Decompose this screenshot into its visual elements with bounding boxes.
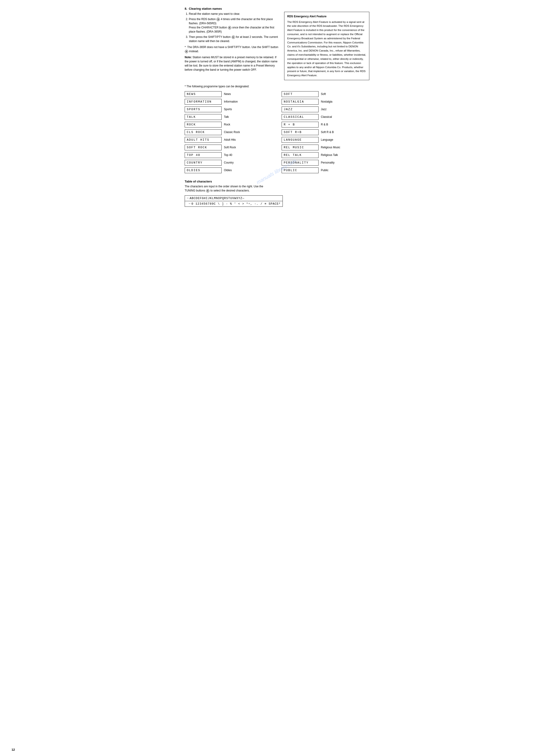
prog-label: Personality (321, 161, 342, 164)
button-b2: B (228, 26, 231, 29)
chars-arrow-2: → (188, 202, 190, 205)
prog-row-left: NEWSNews (185, 91, 272, 97)
chars-row-1: → ABCDEFGHIJKLMNOPQRSTUVWXYZ — (185, 196, 283, 201)
prog-label: Language (321, 138, 342, 141)
prog-display: SOFT R+B (282, 129, 319, 135)
prog-display: PUBLIC (282, 167, 319, 173)
prog-row-left: TOP 40Top 40 (185, 152, 272, 158)
prog-label: Talk (224, 115, 245, 118)
prog-label: News (224, 92, 245, 96)
prog-display: REL MUSIC (282, 145, 319, 150)
button-b1: B (217, 18, 220, 21)
prog-display: CLS ROCK (185, 129, 222, 135)
asterisk-note: * The DRA-365R does not have a SHIFT/PTY… (185, 45, 280, 53)
prog-row-right: SOFTSoft (282, 91, 369, 97)
prog-label: Oldies (224, 169, 245, 172)
chars-title: Table of characters (185, 180, 369, 183)
step-2: Press the RDS button B 4 times until the… (189, 17, 280, 34)
prog-row-left: SOFT ROCKSoft Rock (185, 145, 272, 150)
prog-row-left: INFORMATIONInformation (185, 99, 272, 105)
prog-row-right: R + BR & B (282, 122, 369, 128)
chars-box: → ABCDEFGHIJKLMNOPQRSTUVWXYZ — → 0 12345… (185, 195, 283, 207)
prog-label: Rock (224, 123, 245, 126)
chars-section: Table of characters The characters are i… (185, 180, 369, 207)
prog-row-right: LANGUAGELanguage (282, 137, 369, 143)
prog-row-left: ADULT HITSAdult Hits (185, 137, 272, 143)
prog-label: Religious Music (321, 146, 342, 149)
prog-label: Adult Hits (224, 138, 245, 141)
step-1: Recall the station name you want to clea… (189, 12, 280, 16)
prog-row-left: SPORTSSports (185, 106, 272, 112)
note-label: Note: (185, 56, 192, 59)
button-b4: B (185, 50, 188, 53)
prog-display: R + B (282, 122, 319, 128)
prog-label: Country (224, 161, 245, 164)
prog-label: Soft Rock (224, 146, 245, 149)
prog-row-left: ROCKRock (185, 122, 272, 128)
button-b5: B (206, 189, 209, 192)
rds-box-text: The RDS Emergency Alert Feature is activ… (287, 20, 366, 78)
prog-row-right: REL TALKReligious Talk (282, 152, 369, 158)
prog-intro: * The following programme types can be d… (185, 85, 369, 88)
prog-label: R & B (321, 123, 342, 126)
chars-row-2-text: 0 123456789C \ ] - % ' < > *÷, -. / ≡ SP… (191, 202, 279, 206)
prog-row-left: CLS ROCKClassic Rock (185, 129, 272, 135)
prog-display: NEWS (185, 91, 222, 97)
prog-display: JAZZ (282, 106, 319, 112)
section-header: 8. Clearing station names (185, 7, 369, 10)
prog-display: COUNTRY (185, 160, 222, 166)
step-3: Then press the SHIFT/PTY button B for at… (189, 35, 280, 43)
prog-left-col: NEWSNewsINFORMATIONInformationSPORTSSpor… (185, 91, 272, 175)
prog-display: NOSTALGIA (282, 99, 319, 105)
prog-label: Soft R & B (321, 131, 342, 134)
prog-label: Public (321, 169, 342, 172)
prog-label: Jazz (321, 108, 342, 111)
programme-grid: NEWSNewsINFORMATIONInformationSPORTSSpor… (185, 91, 369, 175)
prog-display: TOP 40 (185, 152, 222, 158)
rds-box-title: RDS Emergency Alert Feature (287, 14, 366, 19)
prog-display: INFORMATION (185, 99, 222, 105)
top-columns: Recall the station name you want to clea… (185, 12, 369, 80)
section-title: Clearing station names (189, 7, 222, 10)
prog-display: LANGUAGE (282, 137, 319, 143)
prog-label: Sports (224, 108, 245, 111)
chars-row-2: → 0 123456789C \ ] - % ' < > *÷, -. / ≡ … (185, 201, 283, 206)
prog-display: SPORTS (185, 106, 222, 112)
prog-label: Classic Rock (224, 131, 245, 134)
prog-row-right: REL MUSICReligious Music (282, 145, 369, 150)
prog-label: Classical (321, 115, 342, 118)
prog-display: OLDIES (185, 167, 222, 173)
prog-right-col: SOFTSoftNOSTALGIANostalgiaJAZZJazzCLASSI… (282, 91, 369, 175)
prog-display: CLASSICAL (282, 114, 319, 120)
chars-desc: The characters are input in the order sh… (185, 184, 369, 193)
prog-label: Religious Talk (321, 153, 342, 157)
steps-list: Recall the station name you want to clea… (185, 12, 280, 43)
prog-display: PERSONALITY (282, 160, 319, 166)
prog-row-right: CLASSICALClassical (282, 114, 369, 120)
rds-box: RDS Emergency Alert Feature The RDS Emer… (284, 12, 369, 80)
prog-label: Top 40 (224, 153, 245, 157)
prog-label: Nostalgia (321, 100, 342, 103)
prog-display: ADULT HITS (185, 137, 222, 143)
prog-row-right: SOFT R+BSoft R & B (282, 129, 369, 135)
prog-row-left: OLDIESOldies (185, 167, 272, 173)
note-text: Station names MUST be stored in a preset… (185, 56, 277, 71)
prog-label: Soft (321, 92, 342, 96)
prog-display: SOFT (282, 91, 319, 97)
prog-row-right: NOSTALGIANostalgia (282, 99, 369, 105)
chars-row-1-text: ABCDEFGHIJKLMNOPQRSTUVWXYZ (189, 197, 242, 200)
prog-display: REL TALK (282, 152, 319, 158)
chars-arrow-1: → (187, 197, 188, 200)
prog-row-left: COUNTRYCountry (185, 160, 272, 166)
prog-display: TALK (185, 114, 222, 120)
prog-row-right: JAZZJazz (282, 106, 369, 112)
section-number: 8. (185, 7, 187, 10)
note-line: Note: Station names MUST be stored in a … (185, 55, 280, 72)
prog-display: ROCK (185, 122, 222, 128)
left-column: Recall the station name you want to clea… (185, 12, 280, 80)
prog-label: Information (224, 100, 245, 103)
prog-display: SOFT ROCK (185, 145, 222, 150)
prog-row-right: PERSONALITYPersonality (282, 160, 369, 166)
prog-row-left: TALKTalk (185, 114, 272, 120)
button-b3: B (232, 36, 235, 39)
